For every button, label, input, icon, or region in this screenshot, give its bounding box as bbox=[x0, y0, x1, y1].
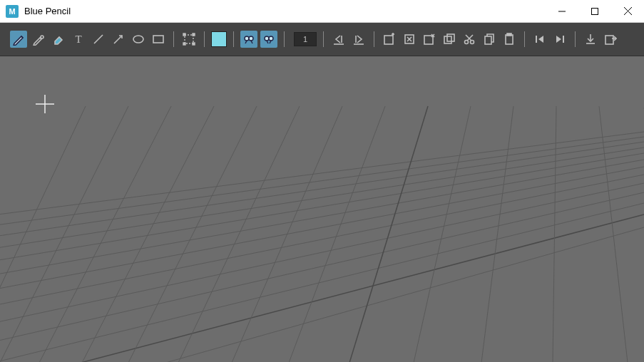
add-frame-tool[interactable] bbox=[381, 31, 398, 48]
close-button[interactable] bbox=[611, 0, 644, 22]
svg-rect-11 bbox=[185, 35, 193, 43]
svg-line-57 bbox=[0, 175, 644, 311]
retime-back-tool[interactable] bbox=[330, 31, 347, 48]
svg-rect-49 bbox=[605, 36, 613, 44]
svg-line-64 bbox=[0, 106, 128, 362]
viewport[interactable] bbox=[0, 56, 644, 362]
svg-line-68 bbox=[178, 106, 300, 362]
svg-line-73 bbox=[481, 106, 513, 362]
eraser-tool[interactable] bbox=[50, 31, 67, 48]
svg-line-52 bbox=[0, 142, 644, 241]
toolbar: T bbox=[0, 23, 644, 56]
ghost-prev-tool[interactable] bbox=[240, 31, 257, 48]
svg-text:T: T bbox=[75, 33, 81, 45]
svg-line-60 bbox=[0, 203, 644, 362]
svg-rect-28 bbox=[384, 36, 393, 44]
svg-line-74 bbox=[553, 106, 556, 362]
svg-rect-14 bbox=[183, 43, 185, 45]
svg-rect-43 bbox=[485, 36, 491, 44]
maximize-button[interactable] bbox=[578, 0, 611, 22]
line-tool[interactable] bbox=[90, 31, 107, 48]
svg-line-59 bbox=[0, 192, 644, 348]
svg-point-9 bbox=[133, 36, 143, 43]
svg-point-20 bbox=[265, 36, 269, 41]
divider bbox=[173, 31, 174, 47]
svg-line-69 bbox=[232, 106, 342, 362]
svg-rect-13 bbox=[193, 33, 195, 36]
svg-point-5 bbox=[41, 36, 44, 38]
svg-line-70 bbox=[289, 106, 385, 362]
window-controls bbox=[546, 0, 644, 22]
svg-point-17 bbox=[249, 36, 253, 41]
divider bbox=[524, 31, 525, 47]
step-fwd-tool[interactable] bbox=[551, 31, 568, 48]
transform-tool[interactable] bbox=[180, 31, 198, 48]
grid-plane bbox=[0, 56, 644, 362]
paste-tool[interactable] bbox=[501, 31, 518, 48]
brush-tool[interactable] bbox=[30, 31, 47, 48]
divider bbox=[284, 31, 285, 47]
svg-line-71 bbox=[349, 106, 428, 362]
export-tool[interactable] bbox=[602, 31, 619, 48]
retime-fwd-tool[interactable] bbox=[350, 31, 367, 48]
svg-rect-45 bbox=[507, 33, 511, 36]
svg-rect-12 bbox=[183, 33, 185, 36]
color-swatch[interactable] bbox=[211, 31, 227, 47]
pencil-tool[interactable] bbox=[10, 31, 27, 48]
svg-line-62 bbox=[0, 227, 644, 362]
svg-line-61 bbox=[0, 214, 644, 362]
cut-tool[interactable] bbox=[461, 31, 478, 48]
svg-line-51 bbox=[0, 137, 644, 229]
svg-rect-10 bbox=[153, 36, 163, 43]
divider bbox=[233, 31, 234, 47]
divider bbox=[204, 31, 205, 47]
frame-input[interactable] bbox=[294, 32, 317, 46]
svg-line-53 bbox=[0, 148, 644, 253]
svg-rect-44 bbox=[506, 35, 513, 44]
svg-point-21 bbox=[269, 36, 273, 41]
arrow-tool[interactable] bbox=[110, 31, 127, 48]
svg-line-56 bbox=[0, 167, 644, 295]
clear-frame-tool[interactable] bbox=[421, 31, 438, 48]
svg-line-50 bbox=[0, 132, 644, 219]
svg-rect-46 bbox=[536, 36, 537, 43]
import-tool[interactable] bbox=[582, 31, 599, 48]
delete-frame-tool[interactable] bbox=[401, 31, 418, 48]
step-back-tool[interactable] bbox=[531, 31, 548, 48]
text-tool[interactable]: T bbox=[70, 31, 87, 48]
ghost-next-tool[interactable] bbox=[260, 31, 277, 48]
app-icon: M bbox=[6, 5, 19, 18]
svg-line-8 bbox=[114, 36, 122, 43]
svg-rect-47 bbox=[563, 36, 564, 43]
svg-rect-1 bbox=[592, 8, 598, 14]
minimize-button[interactable] bbox=[546, 0, 578, 22]
svg-line-19 bbox=[251, 41, 252, 43]
svg-line-55 bbox=[0, 160, 644, 280]
svg-line-23 bbox=[270, 41, 271, 43]
svg-line-7 bbox=[94, 35, 103, 43]
window-title: Blue Pencil bbox=[24, 6, 546, 16]
svg-line-58 bbox=[0, 183, 644, 329]
copy-tool[interactable] bbox=[481, 31, 498, 48]
svg-line-67 bbox=[128, 106, 257, 362]
divider bbox=[323, 31, 324, 47]
svg-line-18 bbox=[245, 41, 247, 43]
rectangle-tool[interactable] bbox=[150, 31, 167, 48]
ellipse-tool[interactable] bbox=[130, 31, 147, 48]
divider bbox=[374, 31, 374, 47]
svg-rect-15 bbox=[193, 43, 195, 45]
svg-rect-38 bbox=[447, 34, 454, 41]
svg-point-16 bbox=[245, 36, 249, 41]
svg-line-22 bbox=[267, 41, 268, 43]
duplicate-frame-tool[interactable] bbox=[441, 31, 458, 48]
divider bbox=[575, 31, 576, 47]
titlebar: M Blue Pencil bbox=[0, 0, 644, 23]
svg-rect-37 bbox=[444, 36, 451, 43]
